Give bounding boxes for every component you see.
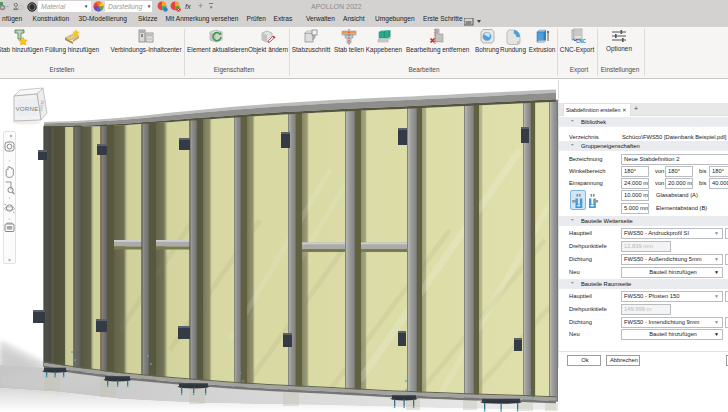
svg-text:VORNE: VORNE [15, 105, 38, 112]
svg-text:CNC: CNC [576, 39, 586, 44]
